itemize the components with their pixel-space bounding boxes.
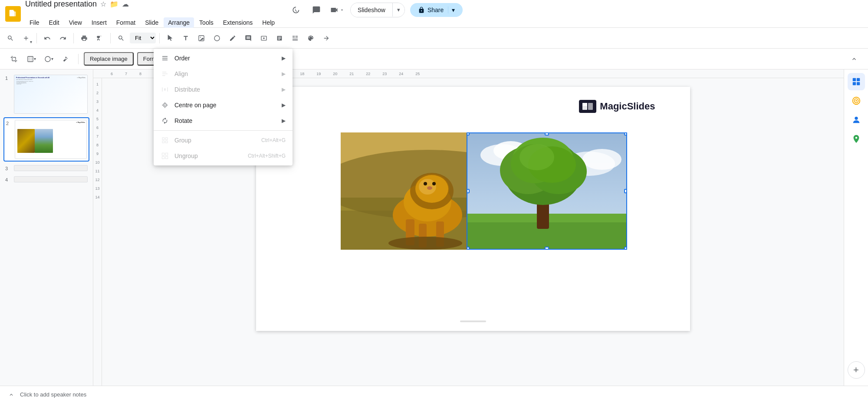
distribute-arrow: ▶ bbox=[282, 86, 286, 92]
crop-button[interactable] bbox=[7, 52, 21, 66]
slideshow-dropdown[interactable]: ▾ bbox=[392, 3, 404, 17]
search-button[interactable] bbox=[3, 31, 17, 45]
meet-button[interactable] bbox=[329, 2, 345, 18]
menu-item-order[interactable]: Order ▶ bbox=[154, 50, 293, 66]
menu-tools[interactable]: Tools bbox=[195, 17, 218, 28]
tree-image[interactable] bbox=[467, 132, 627, 250]
transitions-button[interactable] bbox=[319, 31, 333, 45]
zoom-select[interactable]: Fit 50% 75% 100% 125% 150% bbox=[130, 33, 156, 43]
selection-handle-mr[interactable] bbox=[624, 189, 627, 193]
svg-rect-51 bbox=[852, 78, 855, 81]
collapse-toolbar-button[interactable] bbox=[847, 52, 861, 66]
menu-help[interactable]: Help bbox=[258, 17, 279, 28]
replace-image-button[interactable]: Replace image bbox=[84, 52, 134, 66]
slide-thumbnail bbox=[14, 176, 88, 182]
svg-rect-7 bbox=[293, 36, 295, 38]
svg-rect-52 bbox=[856, 78, 859, 81]
rotate-arrow: ▶ bbox=[282, 118, 286, 124]
image-options-button[interactable] bbox=[59, 52, 73, 66]
svg-rect-77 bbox=[165, 141, 168, 143]
sidebar-sheets-icon[interactable] bbox=[848, 73, 865, 90]
svg-rect-80 bbox=[162, 156, 164, 159]
svg-rect-59 bbox=[162, 56, 168, 56]
image-insert-button[interactable] bbox=[194, 31, 208, 45]
svg-rect-14 bbox=[582, 103, 587, 106]
sidebar-target-icon[interactable] bbox=[848, 92, 865, 109]
topbar: Untitled presentation ☆ 📁 ☁ File Edit Vi… bbox=[0, 0, 868, 28]
menu-format[interactable]: Format bbox=[112, 17, 140, 28]
menu-arrange[interactable]: Arrange bbox=[164, 17, 194, 28]
line-button[interactable] bbox=[226, 31, 240, 45]
menu-view[interactable]: View bbox=[65, 17, 86, 28]
svg-point-24 bbox=[419, 179, 436, 195]
sidebar-add-button[interactable]: + bbox=[848, 361, 865, 379]
menu-insert[interactable]: Insert bbox=[87, 17, 111, 28]
mask-button[interactable]: ▾ bbox=[42, 52, 56, 66]
resize-button[interactable]: ▾ bbox=[24, 52, 38, 66]
menu-extensions[interactable]: Extensions bbox=[219, 17, 257, 28]
slide-item[interactable]: 3 bbox=[3, 163, 89, 173]
slide-item[interactable]: 1 Professional Presentations in Seconds … bbox=[3, 73, 89, 116]
selection-handle-top[interactable] bbox=[545, 132, 549, 135]
menu-item-rotate[interactable]: Rotate ▶ bbox=[154, 113, 293, 129]
redo-button[interactable] bbox=[56, 31, 70, 45]
history-button[interactable] bbox=[288, 2, 303, 18]
sidebar-person-icon[interactable] bbox=[848, 111, 865, 129]
layout-button[interactable] bbox=[288, 31, 302, 45]
svg-rect-64 bbox=[162, 75, 165, 76]
slide-number: 3 bbox=[5, 165, 11, 171]
divider-2 bbox=[73, 33, 74, 43]
speaker-notes[interactable]: Click to add speaker notes bbox=[0, 386, 868, 403]
speaker-notes-text[interactable]: Click to add speaker notes bbox=[20, 391, 86, 398]
svg-point-25 bbox=[424, 182, 427, 185]
new-slide-button[interactable] bbox=[257, 31, 271, 45]
undo-button[interactable] bbox=[40, 31, 54, 45]
slide-thumbnail: Professional Presentations in Seconds wi… bbox=[14, 75, 88, 114]
menu-item-align[interactable]: Align ▶ bbox=[154, 66, 293, 82]
menubar: File Edit View Insert Format Slide Arran… bbox=[25, 17, 279, 28]
theme-button[interactable] bbox=[304, 31, 318, 45]
share-button[interactable]: Share ▾ bbox=[410, 3, 463, 17]
magic-slides-logo: MagicSlides bbox=[579, 100, 655, 113]
menu-item-distribute[interactable]: Distribute ▶ bbox=[154, 82, 293, 97]
comment-insert-button[interactable] bbox=[241, 31, 255, 45]
add-button[interactable]: ▾ bbox=[19, 31, 33, 45]
share-dropdown-icon[interactable]: ▾ bbox=[448, 7, 455, 13]
print-button[interactable] bbox=[77, 31, 91, 45]
folder-icon[interactable]: 📁 bbox=[110, 0, 118, 8]
slideshow-button[interactable]: Slideshow ▾ bbox=[350, 3, 405, 17]
slide-item[interactable]: 4 bbox=[3, 175, 89, 184]
paintformat-button[interactable] bbox=[93, 31, 107, 45]
comment-button[interactable] bbox=[309, 2, 324, 18]
selection-handle-br[interactable] bbox=[624, 247, 627, 250]
text-button[interactable] bbox=[179, 31, 193, 45]
svg-rect-54 bbox=[856, 82, 859, 85]
divider-4 bbox=[159, 33, 160, 43]
slideshow-label[interactable]: Slideshow bbox=[351, 3, 392, 17]
svg-rect-2 bbox=[13, 11, 16, 16]
doc-title[interactable]: Untitled presentation bbox=[25, 0, 97, 9]
star-icon[interactable]: ☆ bbox=[100, 0, 106, 8]
menu-item-ungroup[interactable]: Ungroup Ctrl+Alt+Shift+G bbox=[154, 148, 293, 164]
selection-handle-tr[interactable] bbox=[624, 132, 627, 135]
slide-page: MagicSlides bbox=[256, 87, 690, 331]
selection-handle-bm[interactable] bbox=[545, 247, 549, 250]
menu-file[interactable]: File bbox=[25, 17, 44, 28]
selection-handle-bl[interactable] bbox=[467, 247, 470, 250]
menu-item-centre[interactable]: Centre on page ▶ bbox=[154, 97, 293, 113]
selection-handle-ml[interactable] bbox=[467, 189, 470, 193]
svg-rect-76 bbox=[162, 141, 164, 143]
selection-handle-tl[interactable] bbox=[467, 132, 470, 135]
sidebar-maps-icon[interactable] bbox=[848, 130, 865, 148]
slide-item-active[interactable]: 2 ✦ MagicSlides bbox=[3, 117, 89, 162]
zoom-icon[interactable] bbox=[114, 31, 128, 45]
notes-expand-icon[interactable] bbox=[7, 390, 16, 399]
menu-slide[interactable]: Slide bbox=[141, 17, 163, 28]
menu-item-group[interactable]: Group Ctrl+Alt+G bbox=[154, 132, 293, 148]
cloud-icon[interactable]: ☁ bbox=[122, 0, 129, 8]
background-button[interactable] bbox=[273, 31, 286, 45]
align-arrow: ▶ bbox=[282, 71, 286, 77]
cursor-button[interactable] bbox=[163, 31, 177, 45]
menu-edit[interactable]: Edit bbox=[45, 17, 64, 28]
shapes-button[interactable] bbox=[210, 31, 224, 45]
